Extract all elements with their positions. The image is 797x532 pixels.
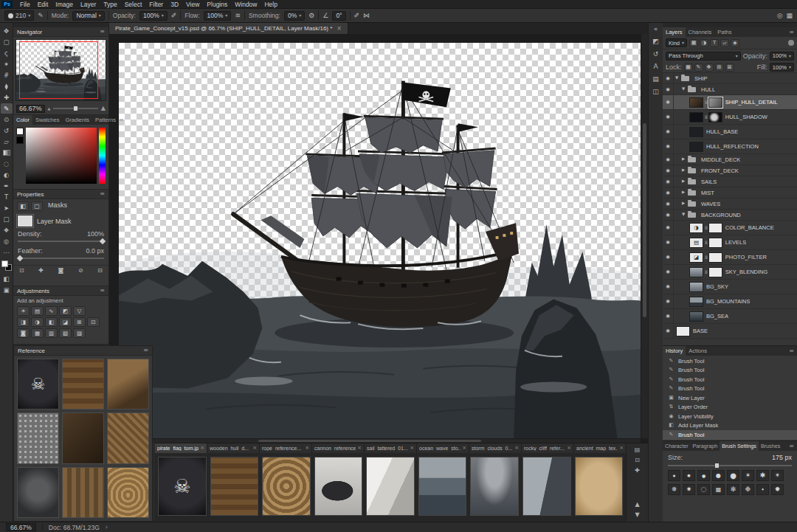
- shape-tool[interactable]: □: [1, 214, 13, 224]
- angle-select[interactable]: 0°: [332, 11, 345, 21]
- visibility-eye-icon[interactable]: ◉: [663, 176, 674, 187]
- symmetry-icon[interactable]: ⋈: [363, 13, 370, 19]
- visibility-eye-icon[interactable]: ◉: [663, 110, 674, 124]
- panel-menu-icon[interactable]: ≡: [119, 117, 124, 123]
- feather-slider[interactable]: [18, 258, 104, 259]
- visibility-eye-icon[interactable]: ◉: [663, 324, 674, 338]
- screen-mode[interactable]: ▣: [1, 285, 13, 295]
- panel-menu-icon[interactable]: ≡: [789, 443, 794, 449]
- film-thumb-wooden-hull-d[interactable]: [210, 457, 259, 516]
- film-tab-ocean-wave-sto[interactable]: ocean_wave_sto...×: [417, 443, 469, 453]
- zoom-out-icon[interactable]: ▲: [48, 107, 51, 111]
- caret-right-icon[interactable]: ▶: [680, 201, 686, 206]
- status-options-chevron-icon[interactable]: ›: [106, 524, 108, 531]
- close-icon[interactable]: ×: [410, 446, 414, 451]
- history-tab-actions[interactable]: Actions: [686, 346, 710, 356]
- panel-menu-icon[interactable]: ≡: [100, 288, 105, 294]
- layer-row-hull[interactable]: ◉▼HULL: [663, 84, 797, 95]
- fill-select[interactable]: 100% ▾: [770, 63, 794, 72]
- lock-transparency-icon[interactable]: ▦: [684, 63, 693, 72]
- color-lookup-icon[interactable]: ⊡: [87, 317, 100, 327]
- pressure-opacity-icon[interactable]: ✐: [171, 13, 177, 19]
- ref-chainmail[interactable]: [17, 412, 59, 463]
- ref-rope-coil[interactable]: [107, 467, 149, 518]
- vertical-scrollbar[interactable]: [641, 34, 648, 438]
- vector-mask-icon[interactable]: ▢: [31, 201, 43, 211]
- film-thumb-pirate-flag-torn-jpg[interactable]: ☠: [158, 457, 207, 516]
- 3d-panel-icon[interactable]: ◫: [652, 89, 659, 95]
- grid-view-icon[interactable]: ▤: [635, 447, 641, 453]
- move-tool[interactable]: ✥: [1, 26, 13, 36]
- feather-slider-thumb[interactable]: [17, 255, 23, 261]
- ref-anchor-metal[interactable]: [17, 467, 59, 518]
- ref-wooden-structure[interactable]: [62, 359, 104, 410]
- pressure-size-icon[interactable]: ✐: [354, 13, 360, 19]
- libraries-panel-icon[interactable]: ▤: [652, 76, 659, 83]
- fan-tip-icon[interactable]: ✹: [771, 484, 784, 495]
- round-tip-icon[interactable]: ●: [712, 470, 725, 481]
- layer-row-color-balance[interactable]: ◉◑8COLOR_BALANCE: [663, 221, 797, 235]
- navigator-zoom-field[interactable]: 66.67%: [16, 105, 45, 113]
- history-step-1[interactable]: ✎Brush Tool: [663, 356, 797, 366]
- navigator-view-box[interactable]: [19, 41, 99, 99]
- close-icon[interactable]: ×: [337, 26, 342, 32]
- caret-down-icon[interactable]: ▼: [680, 213, 686, 217]
- caret-right-icon[interactable]: ▶: [680, 179, 686, 184]
- ref-hull-carving[interactable]: [62, 412, 104, 463]
- brush-size-slider[interactable]: [668, 465, 792, 466]
- smoothing-select[interactable]: 0% ▾: [284, 11, 305, 21]
- spatter-tip-icon[interactable]: ✱: [756, 470, 769, 481]
- close-icon[interactable]: ×: [305, 446, 309, 451]
- layers-tab-channels[interactable]: Channels: [686, 27, 715, 37]
- lock-all-icon[interactable]: ⊠: [725, 63, 734, 72]
- round-tip-icon[interactable]: ●: [683, 470, 695, 481]
- burst-tip-icon[interactable]: ✷: [683, 484, 695, 495]
- visibility-eye-icon[interactable]: ◉: [663, 235, 674, 249]
- layer-row-sails[interactable]: ◉▶SAILS: [663, 176, 797, 187]
- visibility-eye-icon[interactable]: ◉: [663, 84, 674, 94]
- close-icon[interactable]: ×: [567, 446, 571, 451]
- select-mask-icon[interactable]: ⊡: [19, 268, 24, 274]
- film-thumb-cannon-reference[interactable]: [314, 457, 363, 516]
- posterize-icon[interactable]: ▦: [31, 328, 44, 338]
- layers-tab-layers[interactable]: Layers: [663, 27, 686, 37]
- film-thumb-rope-reference[interactable]: [262, 457, 311, 516]
- quick-mask-mode[interactable]: ◧: [1, 274, 13, 284]
- caret-down-icon[interactable]: ▼: [674, 76, 680, 80]
- menu-layer[interactable]: Layer: [77, 1, 100, 8]
- layer-row-front-deck[interactable]: ◉▶FRONT_DECK: [663, 165, 797, 176]
- history-step-5[interactable]: ▣New Layer: [663, 393, 797, 403]
- menu-help[interactable]: Help: [261, 1, 280, 8]
- hue-slider[interactable]: [99, 128, 106, 184]
- menu-select[interactable]: Select: [121, 1, 146, 8]
- pirate-ship-artwork[interactable]: [119, 43, 641, 438]
- menu-edit[interactable]: Edit: [34, 1, 52, 8]
- star-tip-icon[interactable]: ✶: [742, 470, 754, 481]
- layer-row-middle-deck[interactable]: ◉▶MIDDLE_DECK: [663, 154, 797, 165]
- panel-menu-icon[interactable]: ≡: [100, 29, 105, 35]
- eyedropper-tool[interactable]: ⧫: [1, 81, 13, 91]
- dodge-tool[interactable]: ◐: [1, 170, 13, 180]
- visibility-eye-icon[interactable]: ◉: [663, 95, 674, 109]
- gradient-map-icon[interactable]: ▨: [73, 328, 86, 338]
- layer-row-ship-hull-detail[interactable]: ◉8SHIP_HULL_DETAIL: [663, 95, 797, 110]
- film-thumb-ocean-wave-sto[interactable]: [418, 457, 467, 516]
- round-tip-icon[interactable]: ●: [727, 470, 739, 481]
- caret-right-icon[interactable]: ▶: [680, 157, 686, 162]
- round-tip-icon[interactable]: ●: [697, 470, 710, 481]
- canvas-area[interactable]: [109, 34, 648, 443]
- layer-row-hull-shadow[interactable]: ◉8HULL_SHADOW: [663, 110, 797, 125]
- history-step-3[interactable]: ✎Brush Tool: [663, 375, 797, 384]
- grass-tip-icon[interactable]: ✻: [727, 484, 739, 495]
- exposure-icon[interactable]: ◩: [59, 306, 72, 316]
- close-icon[interactable]: ×: [462, 446, 466, 451]
- visibility-eye-icon[interactable]: ◉: [663, 165, 674, 176]
- layer-row-ship[interactable]: ◉▼SHIP: [663, 73, 797, 84]
- visibility-eye-icon[interactable]: ◉: [663, 73, 674, 83]
- kind-filter-select[interactable]: Kind ▾: [666, 38, 687, 47]
- crop-tool[interactable]: #: [1, 70, 13, 80]
- ref-ship-stern[interactable]: [107, 359, 149, 410]
- brush-tab-character[interactable]: Character: [663, 441, 691, 451]
- layer-row-levels[interactable]: ◉▤8LEVELS: [663, 235, 797, 250]
- selective-color-icon[interactable]: ▧: [59, 328, 72, 338]
